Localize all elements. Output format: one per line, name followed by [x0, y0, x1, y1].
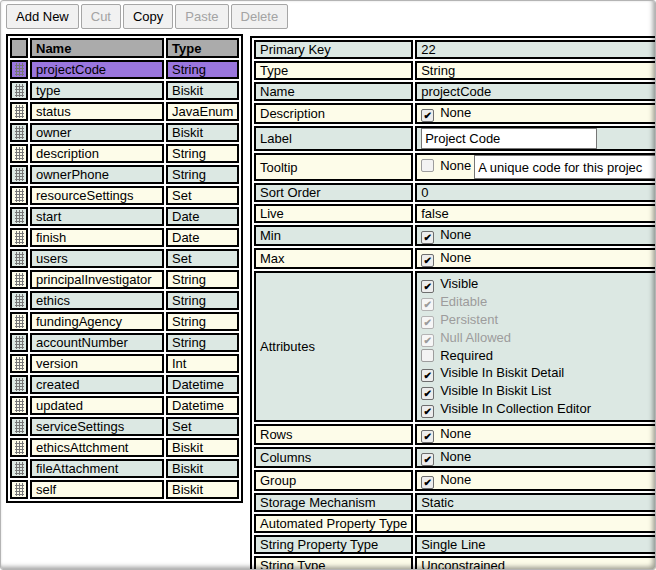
- prop-row-columns: ColumnsNone: [254, 447, 656, 468]
- drag-handle-cell[interactable]: [10, 480, 28, 499]
- none-checkbox[interactable]: [421, 109, 434, 122]
- drag-handle-cell[interactable]: [10, 375, 28, 394]
- attribute-checkbox[interactable]: [421, 405, 434, 418]
- prop-value: VisibleEditablePersistentNull AllowedReq…: [415, 271, 656, 422]
- none-checkbox[interactable]: [421, 453, 434, 466]
- field-name-cell[interactable]: start: [30, 207, 164, 226]
- prop-label: Type: [254, 61, 413, 80]
- attribute-checkbox[interactable]: [421, 387, 434, 400]
- checkbox-label: None: [440, 426, 471, 441]
- prop-row-live: Livefalse: [254, 204, 656, 223]
- attribute-checkbox: [421, 316, 434, 329]
- drag-handle-cell[interactable]: [10, 165, 28, 184]
- drag-handle-cell[interactable]: [10, 312, 28, 331]
- field-row-version: versionInt: [10, 354, 239, 373]
- field-name-cell[interactable]: resourceSettings: [30, 186, 164, 205]
- field-type-cell[interactable]: Biskit: [166, 123, 239, 142]
- toolbar-button-add-new[interactable]: Add New: [6, 4, 79, 29]
- field-type-cell[interactable]: String: [166, 60, 239, 79]
- field-type-cell[interactable]: String: [166, 312, 239, 331]
- field-name-cell[interactable]: type: [30, 81, 164, 100]
- label-input[interactable]: [421, 128, 597, 149]
- drag-handle-cell[interactable]: [10, 144, 28, 163]
- field-type-cell[interactable]: Datetime: [166, 396, 239, 415]
- prop-value-text: projectCode: [421, 84, 491, 99]
- field-row-principalinvestigator: principalInvestigatorString: [10, 270, 239, 289]
- none-checkbox[interactable]: [421, 159, 434, 172]
- none-checkbox[interactable]: [421, 231, 434, 244]
- drag-handle-cell[interactable]: [10, 333, 28, 352]
- toolbar-button-copy[interactable]: Copy: [123, 4, 173, 29]
- field-name-cell[interactable]: principalInvestigator: [30, 270, 164, 289]
- drag-handle-cell[interactable]: [10, 270, 28, 289]
- toolbar: Add NewCutCopyPasteDelete: [6, 4, 290, 29]
- drag-handle-cell[interactable]: [10, 354, 28, 373]
- drag-handle-cell[interactable]: [10, 60, 28, 79]
- field-name-cell[interactable]: ownerPhone: [30, 165, 164, 184]
- field-type-cell[interactable]: Set: [166, 417, 239, 436]
- field-name-cell[interactable]: fileAttachment: [30, 459, 164, 478]
- field-name-cell[interactable]: ethics: [30, 291, 164, 310]
- prop-value: Unconstrained: [415, 556, 656, 570]
- drag-handle-cell[interactable]: [10, 123, 28, 142]
- field-name-cell[interactable]: created: [30, 375, 164, 394]
- drag-handle-cell[interactable]: [10, 102, 28, 121]
- field-name-cell[interactable]: fundingAgency: [30, 312, 164, 331]
- none-checkbox[interactable]: [421, 476, 434, 489]
- none-checkbox[interactable]: [421, 254, 434, 267]
- field-name-cell[interactable]: updated: [30, 396, 164, 415]
- field-type-cell[interactable]: Datetime: [166, 375, 239, 394]
- field-type-cell[interactable]: Biskit: [166, 81, 239, 100]
- attribute-checkbox[interactable]: [421, 349, 434, 362]
- prop-row-sort-order: Sort Order0: [254, 183, 656, 202]
- field-row-ethics: ethicsString: [10, 291, 239, 310]
- drag-handle-cell[interactable]: [10, 291, 28, 310]
- field-type-cell[interactable]: Date: [166, 207, 239, 226]
- drag-handle-cell[interactable]: [10, 228, 28, 247]
- field-name-cell[interactable]: self: [30, 480, 164, 499]
- attribute-checkbox[interactable]: [421, 369, 434, 382]
- field-name-cell[interactable]: users: [30, 249, 164, 268]
- field-name-cell[interactable]: description: [30, 144, 164, 163]
- field-name-cell[interactable]: finish: [30, 228, 164, 247]
- field-type-cell[interactable]: String: [166, 291, 239, 310]
- field-type-cell[interactable]: Set: [166, 186, 239, 205]
- field-type-cell[interactable]: Biskit: [166, 480, 239, 499]
- drag-handle-cell[interactable]: [10, 207, 28, 226]
- drag-handle-cell[interactable]: [10, 249, 28, 268]
- drag-handle-cell[interactable]: [10, 81, 28, 100]
- field-name-cell[interactable]: owner: [30, 123, 164, 142]
- field-row-resourcesettings: resourceSettingsSet: [10, 186, 239, 205]
- attribute-option-persistent: Persistent: [421, 311, 656, 329]
- field-name-cell[interactable]: version: [30, 354, 164, 373]
- attribute-checkbox[interactable]: [421, 280, 434, 293]
- drag-handle-cell[interactable]: [10, 396, 28, 415]
- tooltip-input[interactable]: [474, 155, 656, 179]
- field-name-cell[interactable]: accountNumber: [30, 333, 164, 352]
- field-row-self: selfBiskit: [10, 480, 239, 499]
- field-type-cell[interactable]: String: [166, 144, 239, 163]
- field-type-cell[interactable]: String: [166, 165, 239, 184]
- drag-handle-cell[interactable]: [10, 438, 28, 457]
- field-type-cell[interactable]: Date: [166, 228, 239, 247]
- drag-handle-icon: [15, 231, 24, 244]
- drag-handle-cell[interactable]: [10, 186, 28, 205]
- field-type-cell[interactable]: Set: [166, 249, 239, 268]
- field-name-cell[interactable]: projectCode: [30, 60, 164, 79]
- drag-handle-cell[interactable]: [10, 459, 28, 478]
- prop-value: None: [415, 470, 656, 491]
- field-name-cell[interactable]: ethicsAttchment: [30, 438, 164, 457]
- drag-handle-cell[interactable]: [10, 417, 28, 436]
- none-checkbox[interactable]: [421, 430, 434, 443]
- field-type-cell[interactable]: Int: [166, 354, 239, 373]
- attribute-label: Persistent: [440, 312, 498, 327]
- field-type-cell[interactable]: JavaEnum: [166, 102, 239, 121]
- field-type-cell[interactable]: Biskit: [166, 438, 239, 457]
- field-type-cell[interactable]: String: [166, 333, 239, 352]
- field-type-cell[interactable]: Biskit: [166, 459, 239, 478]
- attribute-checkbox: [421, 334, 434, 347]
- drag-handle-icon: [15, 294, 24, 307]
- field-name-cell[interactable]: status: [30, 102, 164, 121]
- field-type-cell[interactable]: String: [166, 270, 239, 289]
- field-name-cell[interactable]: serviceSettings: [30, 417, 164, 436]
